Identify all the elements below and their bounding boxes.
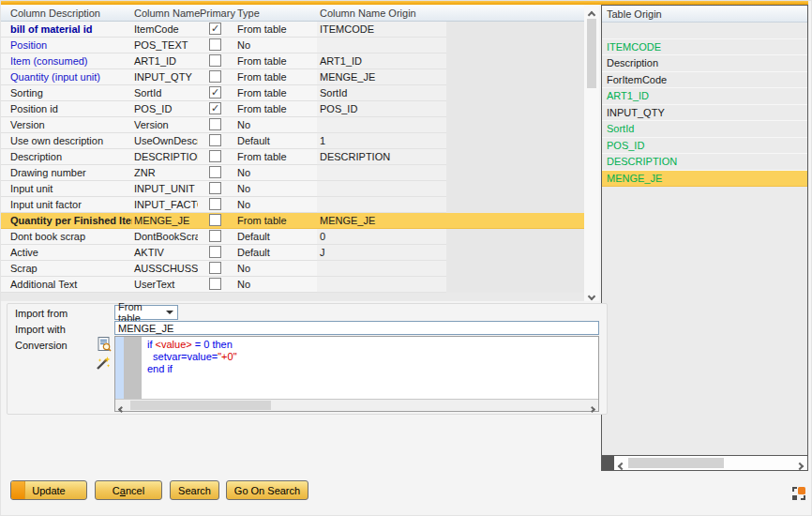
primary-checkbox[interactable]: [209, 262, 221, 274]
list-item[interactable]: ForItemCode: [602, 72, 807, 89]
conversion-code-editor[interactable]: if <value> = 0 then setvar=value="+0"end…: [114, 336, 599, 412]
primary-checkbox[interactable]: ✓: [209, 86, 221, 99]
list-item[interactable]: [602, 23, 807, 39]
table-origin-panel: Table Origin ITEMCODEDescriptionForItemC…: [601, 5, 808, 471]
wizard-wand-icon[interactable]: [95, 356, 111, 373]
list-item[interactable]: INPUT_QTY: [602, 105, 807, 122]
cell-filler: [446, 117, 584, 133]
list-item[interactable]: Description: [602, 55, 807, 72]
cell-column-name-origin: [317, 38, 446, 53]
import-with-input[interactable]: [114, 321, 599, 335]
cell-type: From table: [233, 213, 317, 229]
scroll-right-button[interactable]: [586, 400, 598, 411]
primary-checkbox[interactable]: [209, 118, 221, 130]
cell-type: No: [233, 38, 317, 53]
import-from-select[interactable]: From table: [114, 305, 178, 320]
scroll-left-button[interactable]: [615, 456, 628, 470]
table-row[interactable]: Position idPOS_ID✓From tablePOS_ID: [1, 101, 584, 117]
table-row[interactable]: ActiveAKTIVDefaultJ: [1, 245, 584, 261]
scroll-up-button[interactable]: [584, 5, 599, 18]
cell-column-name: Version: [132, 117, 198, 133]
list-item[interactable]: ITEMCODE: [602, 39, 807, 56]
cell-primary: [198, 197, 233, 213]
update-button[interactable]: Update: [10, 480, 87, 500]
code-segment: if: [147, 339, 156, 350]
cell-filler: [446, 133, 584, 149]
primary-checkbox[interactable]: [209, 230, 221, 242]
scroll-down-button[interactable]: [584, 288, 599, 301]
primary-checkbox[interactable]: [209, 166, 221, 178]
list-item[interactable]: POS_ID: [602, 138, 807, 155]
scrollbar-thumb[interactable]: [130, 401, 271, 410]
scrollbar-thumb[interactable]: [587, 19, 596, 88]
table-row[interactable]: Quantity per Finished ItemMENGE_JEFrom t…: [1, 213, 584, 229]
code-line: setvar=value="+0": [147, 351, 237, 363]
preview-icon[interactable]: [98, 337, 112, 354]
table-row[interactable]: bill of material idItemCode✓From tableIT…: [1, 22, 584, 38]
list-item[interactable]: DESCRIPTION: [602, 154, 807, 171]
cell-type: Default: [233, 229, 317, 245]
table-row[interactable]: Item (consumed)ART1_IDFrom tableART1_ID: [1, 53, 584, 69]
table-row[interactable]: PositionPOS_TEXTNo: [1, 38, 584, 53]
list-item[interactable]: ART1_ID: [602, 88, 807, 105]
primary-checkbox[interactable]: [209, 70, 221, 83]
table-row[interactable]: SortingSortId✓From tableSortId: [1, 85, 584, 101]
cell-filler: [446, 229, 584, 245]
primary-checkbox[interactable]: [209, 38, 221, 51]
primary-checkbox[interactable]: [209, 134, 221, 146]
primary-checkbox[interactable]: [209, 198, 221, 210]
resize-restore-icon[interactable]: [791, 486, 806, 501]
primary-checkbox[interactable]: [209, 54, 221, 67]
primary-checkbox[interactable]: [209, 278, 221, 290]
table-row[interactable]: Dont book scrapDontBookScraDefault0: [1, 229, 584, 245]
table-row[interactable]: VersionVersionNo: [1, 117, 584, 133]
cell-type: From table: [233, 53, 317, 69]
cell-filler: [446, 277, 584, 293]
header-column-name-origin: Column Name Origin: [317, 5, 446, 21]
go-on-search-button[interactable]: Go On Search: [226, 480, 308, 500]
table-row[interactable]: ScrapAUSSCHUSSNo: [1, 261, 584, 277]
table-row[interactable]: Input unitINPUT_UNITNo: [1, 181, 584, 197]
cell-column-name: ItemCode: [132, 22, 198, 38]
scrollbar-corner: [602, 456, 614, 470]
cell-column-description: Position: [1, 38, 132, 53]
primary-checkbox[interactable]: [209, 246, 221, 258]
cell-column-name-origin: 1: [317, 133, 446, 149]
table-row[interactable]: Additional TextUserTextNo: [1, 277, 584, 293]
primary-checkbox[interactable]: ✓: [209, 102, 221, 114]
table-row[interactable]: DescriptionDESCRIPTIONFrom tableDESCRIPT…: [1, 149, 584, 165]
cell-column-name: DontBookScra: [132, 229, 198, 245]
scrollbar-thumb[interactable]: [628, 458, 724, 468]
code-segment: "+0": [218, 351, 236, 362]
primary-checkbox[interactable]: [209, 214, 221, 226]
table-row[interactable]: Use own descriptionUseOwnDescriDefault1: [1, 133, 584, 149]
table-row[interactable]: Quantity (input unit)INPUT_QTYFrom table…: [1, 69, 584, 85]
list-item[interactable]: MENGE_JE: [602, 171, 807, 188]
code-segment: setvar=value=: [147, 351, 218, 362]
primary-checkbox[interactable]: [209, 182, 221, 194]
scroll-right-button[interactable]: [793, 456, 806, 470]
editor-horizontal-scrollbar[interactable]: [115, 399, 598, 411]
cell-column-name: ZNR: [132, 165, 198, 181]
cell-column-description: bill of material id: [1, 22, 132, 38]
origin-horizontal-scrollbar[interactable]: [602, 455, 807, 470]
cell-filler: [446, 181, 584, 197]
cell-type: No: [233, 197, 317, 213]
primary-checkbox[interactable]: [209, 150, 221, 162]
search-button[interactable]: Search: [170, 480, 219, 500]
scroll-left-button[interactable]: [115, 400, 128, 411]
cell-primary: [198, 213, 233, 229]
list-item[interactable]: SortId: [602, 121, 807, 138]
cell-filler: [446, 245, 584, 261]
table-row[interactable]: Input unit factorINPUT_FACTONo: [1, 197, 584, 213]
cell-column-name-origin: SortId: [317, 85, 446, 101]
cell-column-name: POS_TEXT: [132, 38, 198, 53]
primary-checkbox[interactable]: ✓: [209, 23, 221, 35]
cell-column-name-origin: MENGE_JE: [317, 69, 446, 85]
cell-type: From table: [233, 69, 317, 85]
cell-column-name: UserText: [132, 277, 198, 293]
table-row[interactable]: Drawing numberZNRNo: [1, 165, 584, 181]
cell-column-name-origin: [317, 181, 446, 197]
grid-vertical-scrollbar[interactable]: [584, 5, 599, 301]
cancel-button[interactable]: Cancel: [95, 480, 162, 500]
